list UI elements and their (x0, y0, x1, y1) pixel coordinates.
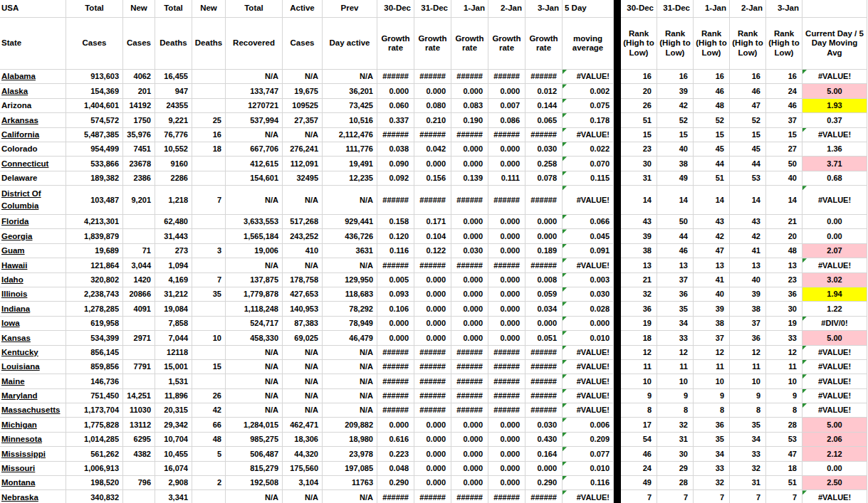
rank-30dec-cell[interactable]: 39 (621, 229, 657, 243)
rank-3jan-cell[interactable]: 40 (766, 171, 802, 186)
header-date-31dec[interactable]: 31-Dec (414, 0, 451, 18)
state-link[interactable]: Kentucky (1, 346, 38, 359)
growth-2jan-cell[interactable]: 0.000 (488, 287, 525, 302)
total-cases-cell[interactable]: 954,499 (66, 142, 123, 157)
growth-1jan-cell[interactable]: 0.190 (451, 113, 488, 127)
active-cases-cell[interactable]: 87,383 (283, 317, 323, 331)
growth-1jan-cell[interactable]: ###### (451, 374, 488, 388)
state-name-cell[interactable]: Maine (0, 374, 66, 388)
total-cases-cell[interactable]: 913,603 (66, 70, 123, 84)
new-cases-cell[interactable]: 7451 (123, 142, 155, 157)
growth-31dec-cell[interactable]: 0.171 (414, 215, 451, 229)
rank-30dec-cell[interactable]: 8 (621, 403, 657, 418)
growth-1jan-cell[interactable]: ###### (451, 258, 488, 272)
rank-31dec-cell[interactable]: 13 (657, 258, 694, 272)
new-cases-cell[interactable]: 11030 (123, 403, 155, 418)
rank-1jan-cell[interactable]: 14 (694, 186, 730, 215)
rank-31dec-cell[interactable]: 12 (657, 346, 694, 360)
state-link[interactable]: Alaska (1, 85, 28, 97)
header-deaths-1[interactable]: Deaths (155, 18, 192, 70)
rank-2jan-cell[interactable]: 13 (730, 258, 766, 272)
rank-2jan-cell[interactable]: 47 (730, 99, 766, 113)
total-deaths-cell[interactable]: 2,908 (155, 476, 192, 490)
state-link[interactable]: Massachusetts (1, 404, 60, 416)
state-link[interactable]: Montana (1, 477, 35, 489)
new-cases-cell[interactable]: 13112 (123, 418, 155, 432)
header-rank-1[interactable]: Rank (High to Low) (621, 18, 657, 70)
rank-3jan-cell[interactable]: 50 (766, 157, 802, 171)
rank-30dec-cell[interactable]: 30 (621, 157, 657, 171)
growth-2jan-cell[interactable]: ###### (488, 490, 525, 503)
state-link[interactable]: Kansas (1, 332, 31, 344)
rank-2jan-cell[interactable]: 34 (730, 433, 766, 447)
state-link[interactable]: California (1, 129, 39, 141)
new-deaths-cell[interactable] (192, 171, 226, 186)
rank-1jan-cell[interactable]: 13 (694, 258, 730, 272)
current-day-ratio-cell[interactable]: 0.37 (802, 113, 867, 127)
rank-1jan-cell[interactable]: 48 (694, 99, 730, 113)
prev-day-active-cell[interactable]: 78,292 (323, 302, 377, 316)
recovered-cell[interactable]: 137,875 (226, 273, 283, 287)
header-usa[interactable]: USA (0, 0, 66, 18)
total-deaths-cell[interactable]: 9160 (155, 157, 192, 171)
state-name-cell[interactable]: Colorado (0, 142, 66, 157)
total-cases-cell[interactable]: 1,278,285 (66, 302, 123, 316)
rank-1jan-cell[interactable]: 9 (694, 389, 730, 403)
state-name-cell[interactable]: Kansas (0, 331, 66, 345)
state-link[interactable]: Arkansas (1, 115, 38, 127)
rank-31dec-cell[interactable]: 33 (657, 331, 694, 345)
header-rank-2[interactable]: Rank (High to Low) (657, 18, 694, 70)
moving-average-cell[interactable]: 0.010 (563, 462, 614, 476)
total-deaths-cell[interactable]: 16,455 (155, 70, 192, 84)
total-cases-cell[interactable]: 1,006,913 (66, 462, 123, 476)
growth-3jan-cell[interactable]: 0.290 (525, 476, 563, 490)
growth-1jan-cell[interactable]: 0.030 (451, 244, 488, 258)
growth-3jan-cell[interactable]: 0.065 (525, 113, 563, 127)
moving-average-cell[interactable]: #VALUE! (563, 186, 614, 215)
new-deaths-cell[interactable]: 10 (192, 331, 226, 345)
rank-31dec-cell[interactable]: 44 (657, 229, 694, 243)
growth-3jan-cell[interactable]: ###### (525, 70, 563, 84)
growth-3jan-cell[interactable]: ###### (525, 128, 563, 142)
active-cases-cell[interactable]: 27,357 (283, 113, 323, 127)
new-cases-cell[interactable]: 1750 (123, 113, 155, 127)
total-deaths-cell[interactable]: 10,455 (155, 447, 192, 461)
growth-31dec-cell[interactable]: 0.000 (414, 433, 451, 447)
growth-1jan-cell[interactable]: ###### (451, 70, 488, 84)
total-cases-cell[interactable]: 121,864 (66, 258, 123, 272)
rank-31dec-cell[interactable]: 11 (657, 360, 694, 374)
rank-3jan-cell[interactable]: 9 (766, 389, 802, 403)
total-cases-cell[interactable]: 340,832 (66, 490, 123, 503)
growth-2jan-cell[interactable]: ###### (488, 374, 525, 388)
new-cases-cell[interactable]: 201 (123, 84, 155, 98)
rank-2jan-cell[interactable]: 11 (730, 360, 766, 374)
growth-31dec-cell[interactable]: 0.104 (414, 229, 451, 243)
new-cases-cell[interactable]: 1420 (123, 273, 155, 287)
growth-1jan-cell[interactable]: 0.000 (451, 317, 488, 331)
new-cases-cell[interactable] (123, 215, 155, 229)
growth-3jan-cell[interactable]: 0.258 (525, 157, 563, 171)
rank-2jan-cell[interactable]: 32 (730, 462, 766, 476)
header-date-30dec[interactable]: 30-Dec (377, 0, 414, 18)
growth-2jan-cell[interactable]: ###### (488, 70, 525, 84)
state-link[interactable]: Mississippi (1, 448, 46, 460)
moving-average-cell[interactable]: 0.070 (563, 157, 614, 171)
total-deaths-cell[interactable]: 1,531 (155, 374, 192, 388)
state-link[interactable]: Hawaii (1, 260, 27, 272)
growth-1jan-cell[interactable]: 0.083 (451, 99, 488, 113)
rank-1jan-cell[interactable]: 34 (694, 447, 730, 461)
moving-average-cell[interactable]: 0.010 (563, 331, 614, 345)
prev-day-active-cell[interactable]: 23,978 (323, 447, 377, 461)
growth-2jan-cell[interactable]: 0.111 (488, 171, 525, 186)
rank-1jan-cell[interactable]: 15 (694, 128, 730, 142)
rank-30dec-cell[interactable]: 24 (621, 462, 657, 476)
moving-average-cell[interactable]: 0.091 (563, 244, 614, 258)
rank-1jan-cell[interactable]: 8 (694, 403, 730, 418)
rank-31dec-cell[interactable]: 36 (657, 287, 694, 302)
state-name-cell[interactable]: Mississippi (0, 447, 66, 461)
header-date-3jan[interactable]: 3-Jan (525, 0, 563, 18)
growth-2jan-cell[interactable]: ###### (488, 403, 525, 418)
growth-31dec-cell[interactable]: 0.000 (414, 476, 451, 490)
rank-2jan-cell[interactable]: 8 (730, 403, 766, 418)
header-rank-date-3jan[interactable]: 3-Jan (766, 0, 802, 18)
